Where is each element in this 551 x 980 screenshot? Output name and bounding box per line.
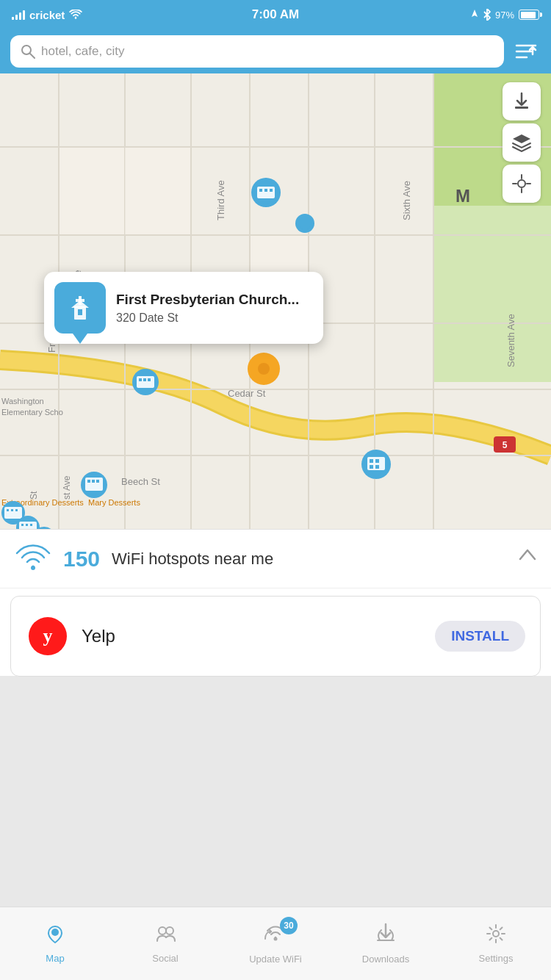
svg-text:Seventh Ave: Seventh Ave [505,314,516,367]
svg-rect-34 [125,148,190,234]
wifi-header[interactable]: 150 WiFi hotspots near me [0,530,551,588]
map-marker-hotel-1[interactable] [250,176,282,219]
battery-icon [519,10,539,20]
svg-point-0 [75,17,77,19]
map-marker-orange-location [246,353,281,401]
status-bar: cricket 7:00 AM 97% [0,0,551,29]
svg-rect-131 [515,107,528,109]
map-marker-hotel-2[interactable] [131,367,160,407]
install-button[interactable]: INSTALL [435,621,525,652]
tab-social-label: Social [152,953,178,964]
svg-rect-59 [21,524,24,526]
svg-point-94 [258,363,270,375]
svg-rect-91 [375,465,379,469]
downloads-icon [375,923,396,950]
svg-rect-45 [264,189,267,192]
map-marker-hotel-6[interactable] [79,470,109,510]
wifi-update-icon: 30 [264,923,287,950]
svg-rect-129 [76,299,84,302]
svg-rect-55 [11,509,13,511]
layers-button[interactable] [503,123,541,162]
svg-text:5: 5 [503,440,508,450]
svg-rect-76 [92,480,95,483]
map-marker-blue-top[interactable] [294,213,316,244]
signal-icon [12,10,25,20]
svg-rect-49 [139,378,142,381]
wifi-panel: 150 WiFi hotspots near me y Yelp INSTALL [0,529,551,676]
tab-downloads[interactable]: Downloads [331,923,441,965]
map-marker-hotel-5[interactable] [31,525,57,529]
svg-line-2 [30,54,35,58]
svg-rect-90 [370,465,373,469]
ad-banner[interactable]: y Yelp INSTALL [10,596,541,677]
svg-text:Washington: Washington [1,397,44,406]
tab-downloads-label: Downloads [362,954,409,965]
svg-rect-56 [15,509,18,511]
battery-percent: 97% [495,10,514,21]
location-popup[interactable]: First Presbyterian Church... 320 Date St [44,272,323,344]
svg-rect-48 [137,376,154,388]
search-bar: hotel, cafe, city [0,29,551,73]
svg-rect-75 [87,480,90,483]
popup-icon [54,282,106,334]
svg-point-137 [31,566,35,570]
wifi-label: WiFi hotspots near me [112,550,273,569]
map-view[interactable]: 5 1st Ave Third Ave Sixth Ave Seventh Av… [0,73,551,529]
svg-rect-77 [96,480,99,483]
popup-content: First Presbyterian Church... 320 Date St [116,291,299,325]
svg-rect-89 [375,459,379,463]
location-status-icon [470,10,479,20]
svg-text:st Ave: st Ave [62,475,72,500]
svg-point-141 [159,927,166,934]
download-map-button[interactable] [503,82,541,120]
yelp-logo: y [26,614,70,658]
search-input-container[interactable]: hotel, cafe, city [10,35,504,68]
svg-text:Beech St: Beech St [121,476,160,487]
tab-settings-label: Settings [479,953,514,964]
search-placeholder: hotel, cafe, city [41,44,124,59]
yelp-app-name: Yelp [82,626,423,646]
map-marker-hotel-8[interactable] [360,448,392,491]
svg-point-144 [493,931,499,937]
map-controls [503,82,541,203]
popup-title: First Presbyterian Church... [116,291,299,309]
wifi-panel-icon [15,543,51,575]
svg-rect-130 [78,309,82,315]
settings-icon [486,923,506,949]
svg-point-1 [22,46,31,54]
svg-rect-54 [7,509,9,511]
tab-settings[interactable]: Settings [441,923,551,964]
svg-rect-50 [143,378,146,381]
search-icon [21,44,35,59]
bluetooth-icon [483,9,491,21]
svg-point-143 [274,937,278,941]
popup-address: 320 Date St [116,311,299,325]
svg-rect-46 [270,189,273,192]
tab-map-label: Map [46,953,64,964]
svg-point-132 [518,180,525,187]
tab-map[interactable]: Map [0,923,110,964]
sort-filter-button[interactable] [511,37,541,66]
carrier-label: cricket [29,9,65,21]
svg-rect-88 [370,459,373,463]
map-icon [45,923,65,949]
tab-update-wifi-label: Update WiFi [249,954,302,965]
tab-update-wifi[interactable]: 30 Update WiFi [220,923,331,965]
svg-rect-60 [26,524,28,526]
update-wifi-badge: 30 [280,917,298,934]
svg-rect-33 [60,148,124,234]
tab-social[interactable]: Social [110,923,220,964]
social-icon [155,923,176,949]
svg-point-62 [32,527,56,529]
wifi-collapse-button[interactable] [519,546,536,565]
status-left: cricket [12,9,82,21]
status-right: 97% [470,9,539,21]
svg-text:Sixth Ave: Sixth Ave [401,181,412,220]
my-location-button[interactable] [503,165,541,203]
status-time: 7:00 AM [252,7,300,22]
svg-text:Third Ave: Third Ave [215,180,226,220]
wifi-count: 150 [63,547,100,572]
tab-bar: Map Social 30 Updat [0,907,551,980]
svg-text:Elementary Scho: Elementary Scho [1,408,63,417]
svg-rect-51 [148,378,151,381]
